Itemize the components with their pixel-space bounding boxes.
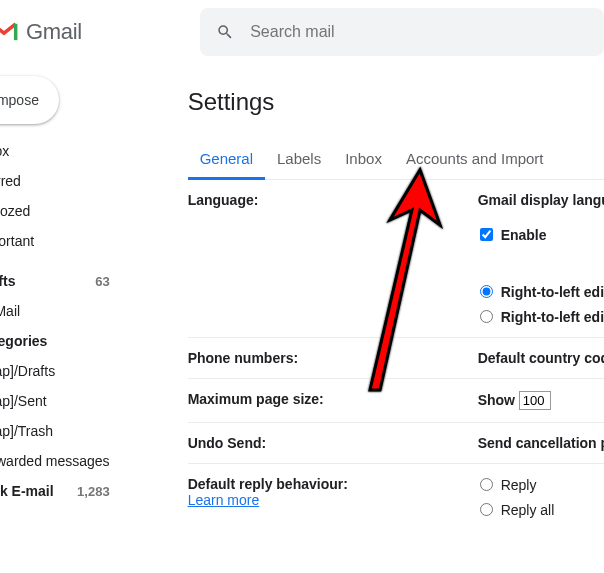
enable-input-tools-checkbox[interactable] [480,228,493,241]
sidebar-item-inbox[interactable]: Inbox [0,136,128,166]
sidebar-count: 1,283 [77,484,110,499]
reply-label: Default reply behaviour: Learn more [188,476,478,518]
settings-tabs: General Labels Inbox Accounts and Import [188,140,604,180]
phone-label: Phone numbers: [188,350,478,366]
tab-accounts[interactable]: Accounts and Import [394,140,556,179]
undo-label: Undo Send: [188,435,478,451]
sidebar-item-forwarded[interactable]: Forwarded messages [0,446,128,476]
language-value: Gmail display language: Enable Right-to-… [478,192,604,325]
sidebar-item-imap-drafts[interactable]: [Imap]/Drafts [0,356,128,386]
gmail-m-icon [0,21,18,43]
sidebar-item-allmail[interactable]: All Mail [0,296,128,326]
compose-button[interactable]: Compose [0,76,59,124]
search-bar[interactable] [200,8,604,56]
sidebar-item-categories[interactable]: Categories [0,326,128,356]
sidebar-item-imap-trash[interactable]: [Imap]/Trash [0,416,128,446]
search-icon [216,22,234,42]
search-input[interactable] [250,23,588,41]
sidebar-count: 63 [95,274,109,289]
sidebar: Compose Inbox Starred Snoozed Important … [0,72,128,530]
tab-inbox[interactable]: Inbox [333,140,394,179]
gmail-logo-area[interactable]: Gmail [0,19,200,45]
pagesize-label: Maximum page size: [188,391,478,410]
compose-label: Compose [0,92,39,108]
reply-radio[interactable] [480,478,493,491]
rtl-off-radio[interactable] [480,310,493,323]
sidebar-item-snoozed[interactable]: Snoozed [0,196,128,226]
gmail-brand-text: Gmail [26,19,82,45]
learn-more-link[interactable]: Learn more [188,492,260,508]
tab-general[interactable]: General [188,140,265,180]
sidebar-item-junk[interactable]: Junk E-mail1,283 [0,476,128,506]
reply-all-radio[interactable] [480,503,493,516]
page-title: Settings [188,88,604,116]
sidebar-item-imap-sent[interactable]: [Imap]/Sent [0,386,128,416]
tab-labels[interactable]: Labels [265,140,333,179]
page-size-input[interactable] [519,391,551,410]
settings-main: Settings General Labels Inbox Accounts a… [128,72,604,530]
sidebar-item-important[interactable]: Important [0,226,128,256]
language-label: Language: [188,192,478,325]
sidebar-item-drafts[interactable]: Drafts63 [0,266,128,296]
rtl-on-radio[interactable] [480,285,493,298]
sidebar-item-starred[interactable]: Starred [0,166,128,196]
